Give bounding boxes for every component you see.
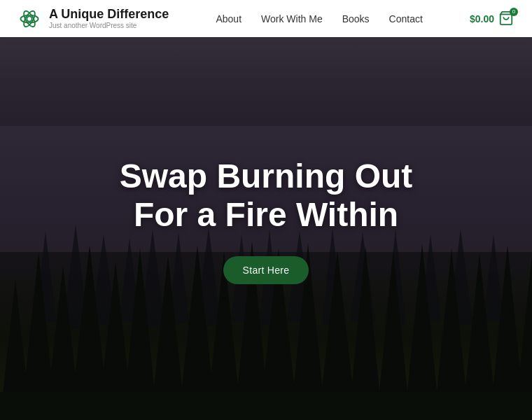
cart-badge: 0 bbox=[510, 8, 518, 16]
cart-area[interactable]: $0.00 0 bbox=[470, 10, 515, 27]
hero-section: Swap Burning Out For a Fire Within Start… bbox=[0, 0, 532, 420]
site-tagline: Just another WordPress site bbox=[49, 22, 169, 30]
nav-about[interactable]: About bbox=[216, 13, 241, 24]
nav-contact[interactable]: Contact bbox=[389, 13, 423, 24]
svg-rect-37 bbox=[0, 392, 532, 420]
cart-price: $0.00 bbox=[470, 13, 494, 24]
logo-icon bbox=[17, 6, 42, 31]
start-here-button[interactable]: Start Here bbox=[223, 256, 309, 284]
svg-point-38 bbox=[27, 16, 31, 21]
cart-icon-wrapper[interactable]: 0 bbox=[498, 10, 515, 27]
nav-work-with-me[interactable]: Work With Me bbox=[261, 13, 323, 24]
site-header: A Unique Difference Just another WordPre… bbox=[0, 0, 532, 37]
main-nav: About Work With Me Books Contact bbox=[216, 13, 422, 24]
nav-books[interactable]: Books bbox=[342, 13, 370, 24]
hero-content: Swap Burning Out For a Fire Within Start… bbox=[120, 157, 413, 284]
logo-area[interactable]: A Unique Difference Just another WordPre… bbox=[17, 6, 169, 31]
logo-text: A Unique Difference Just another WordPre… bbox=[49, 7, 169, 31]
hero-title: Swap Burning Out For a Fire Within bbox=[120, 157, 413, 234]
site-title: A Unique Difference bbox=[49, 7, 169, 22]
